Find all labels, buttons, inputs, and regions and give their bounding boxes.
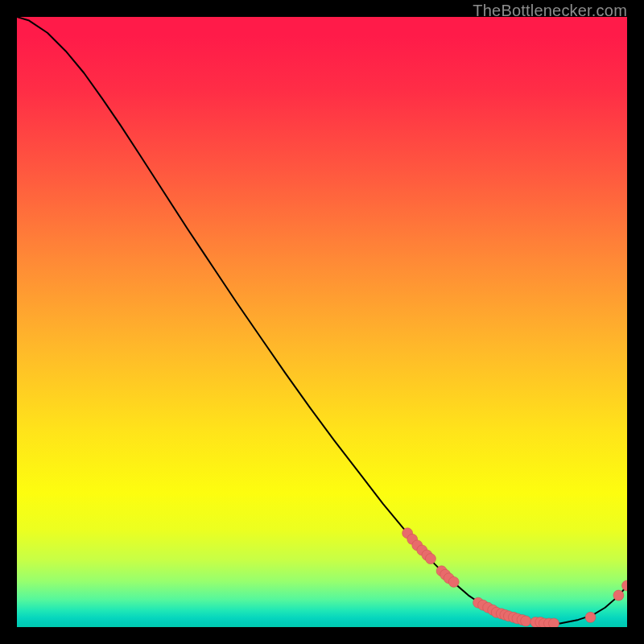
- scatter-point: [448, 576, 459, 587]
- scatter-point: [613, 590, 624, 601]
- plot-area: [17, 17, 627, 627]
- bottleneck-curve: [17, 17, 627, 623]
- scatter-point: [622, 580, 628, 591]
- scatter-point: [585, 612, 596, 622]
- chart-stage: TheBottlenecker.com: [0, 0, 644, 644]
- scatter-point: [549, 618, 559, 627]
- chart-svg: [17, 17, 627, 627]
- scatter-point: [521, 616, 531, 626]
- scatter-point: [425, 554, 436, 564]
- scatter-markers: [402, 528, 627, 627]
